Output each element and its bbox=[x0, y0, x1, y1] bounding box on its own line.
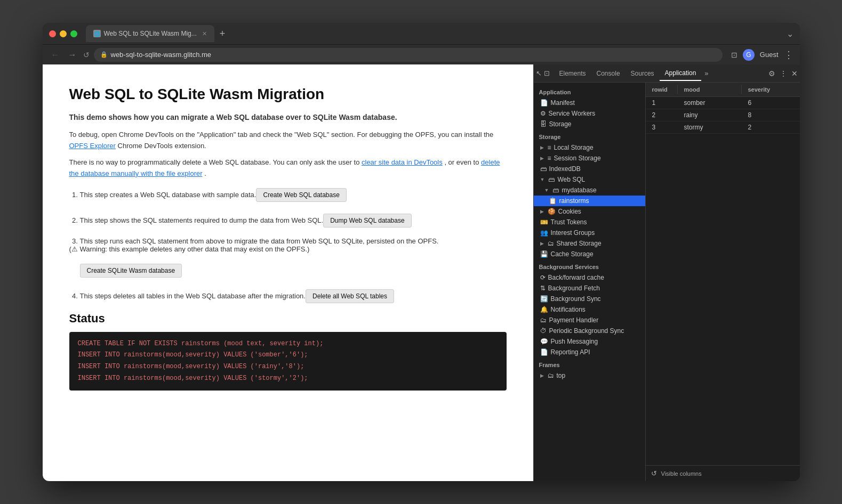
devtools-close-icon[interactable]: ✕ bbox=[791, 69, 798, 78]
window-menu-button[interactable]: ⌄ bbox=[787, 29, 793, 39]
sidebar-item-cache-storage[interactable]: 💾Cache Storage bbox=[534, 249, 645, 259]
tree-expand-arrow: ▶ bbox=[540, 156, 544, 161]
opfs-explorer-link[interactable]: OPFS Explorer bbox=[69, 142, 116, 150]
console-line: INSERT INTO rainstorms(mood,severity) VA… bbox=[78, 373, 498, 385]
back-button[interactable]: ← bbox=[49, 48, 62, 62]
tree-item-label: rainstorms bbox=[559, 197, 589, 205]
tree-item-label: Shared Storage bbox=[557, 240, 602, 247]
reload-button[interactable]: ↺ bbox=[83, 51, 90, 59]
sidebar-item-background-fetch[interactable]: ⇅Background Fetch bbox=[534, 283, 645, 294]
sidebar-item-notifications[interactable]: 🔔Notifications bbox=[534, 304, 645, 315]
tree-item-label: IndexedDB bbox=[549, 165, 581, 173]
tree-item-icon: ⇅ bbox=[540, 284, 546, 292]
tree-expand-arrow: ▼ bbox=[540, 177, 545, 182]
sidebar-item-storage[interactable]: 🗄Storage bbox=[534, 119, 645, 129]
console-line: INSERT INTO rainstorms(mood,severity) VA… bbox=[78, 349, 498, 361]
tree-expand-arrow: ▶ bbox=[540, 145, 544, 150]
step-button-4[interactable]: Delete all Web SQL tables bbox=[306, 289, 394, 303]
sidebar-item-push-messaging[interactable]: 💬Push Messaging bbox=[534, 336, 645, 347]
tree-item-icon: ⚙ bbox=[540, 110, 546, 117]
status-title: Status bbox=[69, 312, 507, 326]
table-row[interactable]: 1somber6 bbox=[646, 97, 800, 109]
sidebar-item-web-sql[interactable]: ▼🗃Web SQL bbox=[534, 174, 645, 185]
tree-item-label: Back/forward cache bbox=[548, 274, 604, 281]
close-window-button[interactable] bbox=[49, 30, 56, 37]
tree-item-label: Interest Groups bbox=[551, 229, 595, 237]
step-item: This step shows the SQL statements requi… bbox=[80, 210, 507, 227]
sidebar-item-trust-tokens[interactable]: 🎫Trust Tokens bbox=[534, 217, 645, 227]
devtools-settings-icon[interactable]: ⚙ bbox=[768, 69, 775, 78]
step-item: This step runs each SQL statement from a… bbox=[80, 236, 507, 278]
sidebar-item-payment-handler[interactable]: 🗂Payment Handler bbox=[534, 315, 645, 326]
sidebar-item-interest-groups[interactable]: 👥Interest Groups bbox=[534, 227, 645, 238]
steps-list: This step creates a Web SQL database wit… bbox=[80, 185, 507, 303]
browser-tab[interactable]: 🌐 Web SQL to SQLite Wasm Mig... ✕ bbox=[86, 25, 214, 42]
tree-item-icon: 👥 bbox=[540, 229, 548, 237]
forward-button[interactable]: → bbox=[66, 48, 79, 62]
inspect-element-icon[interactable]: ↖ bbox=[536, 69, 542, 77]
devtools-tab-bar: ↖ ⊡ Elements Console Sources Application… bbox=[534, 64, 800, 83]
intro-paragraph-2: There is no way to programmatically dele… bbox=[69, 157, 507, 180]
tree-item-label: Push Messaging bbox=[551, 338, 598, 345]
sidebar-item-manifest[interactable]: 📄Manifest bbox=[534, 97, 645, 108]
url-bar[interactable]: 🔒 web-sql-to-sqlite-wasm.glitch.me bbox=[94, 48, 723, 62]
sidebar-item-session-storage[interactable]: ▶≡Session Storage bbox=[534, 153, 645, 164]
more-tabs-button[interactable]: » bbox=[701, 66, 711, 80]
tree-item-icon: 💾 bbox=[540, 250, 548, 258]
new-tab-button[interactable]: + bbox=[216, 29, 229, 38]
tab-console[interactable]: Console bbox=[591, 67, 626, 80]
tab-close-button[interactable]: ✕ bbox=[202, 30, 207, 37]
sidebar-section-storage: Storage bbox=[534, 129, 645, 142]
table-column-rowid: rowid bbox=[646, 85, 678, 94]
table-row[interactable]: 2rainy8 bbox=[646, 109, 800, 121]
step-item: This steps deletes all tables in the Web… bbox=[80, 286, 507, 303]
table-row[interactable]: 3stormy2 bbox=[646, 121, 800, 134]
profile-avatar[interactable]: G bbox=[743, 49, 755, 61]
intro-bold: This demo shows how you can migrate a We… bbox=[69, 111, 507, 123]
tree-item-label: Storage bbox=[549, 120, 572, 128]
lock-icon: 🔒 bbox=[100, 51, 108, 58]
tree-item-label: Session Storage bbox=[554, 155, 601, 162]
device-toolbar-icon[interactable]: ⊡ bbox=[544, 69, 550, 77]
sidebar-item-back-forward-cache[interactable]: ⟳Back/forward cache bbox=[534, 272, 645, 283]
sidebar-item-top[interactable]: ▶🗂top bbox=[534, 370, 645, 381]
sidebar-item-cookies[interactable]: ▶🍪Cookies bbox=[534, 206, 645, 217]
tab-application[interactable]: Application bbox=[660, 66, 702, 81]
sidebar-item-shared-storage[interactable]: ▶🗂Shared Storage bbox=[534, 238, 645, 249]
sidebar-item-mydatabase[interactable]: ▼🗃mydatabase bbox=[534, 185, 645, 196]
tree-item-icon: 🍪 bbox=[548, 208, 556, 215]
sidebar-item-local-storage[interactable]: ▶≡Local Storage bbox=[534, 142, 645, 153]
tab-elements[interactable]: Elements bbox=[554, 67, 591, 80]
visible-columns-label[interactable]: Visible columns bbox=[661, 470, 702, 477]
clear-site-data-link[interactable]: clear site data in DevTools bbox=[362, 158, 443, 166]
minimize-window-button[interactable] bbox=[60, 30, 67, 37]
sidebar-section-background-services: Background Services bbox=[534, 259, 645, 272]
sidebar-item-reporting-api[interactable]: 📄Reporting API bbox=[534, 347, 645, 357]
tree-item-icon: 🗂 bbox=[540, 316, 547, 324]
step-button-3[interactable]: Create SQLite Wasm database bbox=[80, 264, 182, 278]
devtools-more-icon[interactable]: ⋮ bbox=[780, 69, 787, 78]
tree-item-label: Payment Handler bbox=[549, 316, 599, 324]
table-cell-severity: 8 bbox=[742, 109, 784, 121]
sidebar-section-frames: Frames bbox=[534, 357, 645, 370]
devtools-toolbar-icons: ⚙ ⋮ ✕ bbox=[768, 69, 798, 78]
split-screen-icon[interactable]: ⊡ bbox=[731, 51, 737, 59]
sidebar-item-rainstorms[interactable]: 📋rainstorms bbox=[534, 196, 645, 206]
browser-menu-button[interactable]: ⋮ bbox=[784, 49, 793, 61]
table-header: rowidmoodseverity bbox=[646, 83, 800, 97]
refresh-icon[interactable]: ↺ bbox=[651, 469, 657, 477]
sidebar-item-indexeddb[interactable]: 🗃IndexedDB bbox=[534, 164, 645, 174]
step-button-2[interactable]: Dump Web SQL database bbox=[323, 214, 411, 227]
tree-item-icon: ≡ bbox=[548, 155, 551, 162]
devtools-main-panel: rowidmoodseverity 1somber62rainy83stormy… bbox=[646, 83, 800, 481]
tab-bar: 🌐 Web SQL to SQLite Wasm Mig... ✕ + bbox=[86, 25, 782, 42]
maximize-window-button[interactable] bbox=[70, 30, 77, 37]
sidebar-item-background-sync[interactable]: 🔄Background Sync bbox=[534, 294, 645, 304]
tree-item-icon: ⏱ bbox=[540, 327, 547, 335]
sidebar-item-service-workers[interactable]: ⚙Service Workers bbox=[534, 108, 645, 119]
sidebar-item-periodic-background-sync[interactable]: ⏱Periodic Background Sync bbox=[534, 326, 645, 336]
url-text: web-sql-to-sqlite-wasm.glitch.me bbox=[111, 51, 212, 59]
tab-sources[interactable]: Sources bbox=[626, 67, 660, 80]
step-button-1[interactable]: Create Web SQL database bbox=[256, 188, 346, 202]
table-cell-rowid: 2 bbox=[646, 109, 678, 121]
